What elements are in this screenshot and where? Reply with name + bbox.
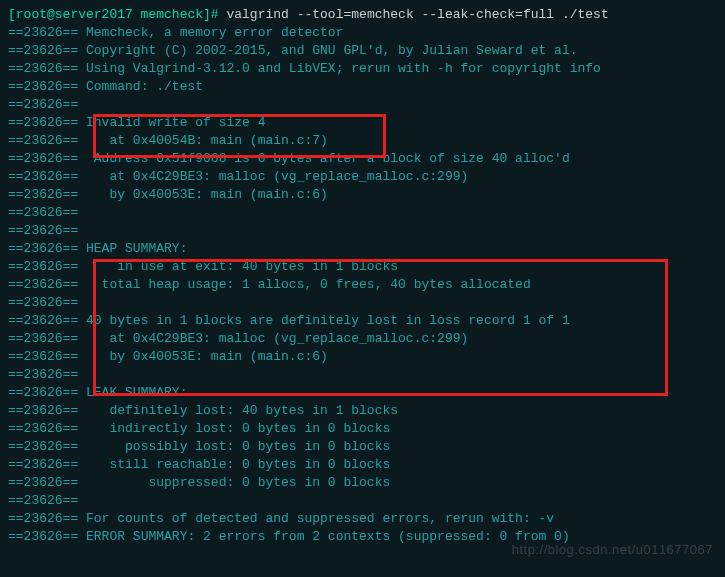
line-text: Memcheck, a memory error detector (78, 25, 343, 40)
output-line: ==23626== at 0x4C29BE3: malloc (vg_repla… (8, 330, 717, 348)
pid-prefix: ==23626== (8, 223, 78, 238)
line-text: HEAP SUMMARY: (78, 241, 187, 256)
pid-prefix: ==23626== (8, 493, 78, 508)
output-line: ==23626== still reachable: 0 bytes in 0 … (8, 456, 717, 474)
output-line: ==23626== For counts of detected and sup… (8, 510, 717, 528)
pid-prefix: ==23626== (8, 25, 78, 40)
pid-prefix: ==23626== (8, 277, 78, 292)
prompt-user-host: [root@server2017 memcheck]# (8, 7, 219, 22)
output-line: ==23626== total heap usage: 1 allocs, 0 … (8, 276, 717, 294)
line-text: at 0x4C29BE3: malloc (vg_replace_malloc.… (78, 331, 468, 346)
watermark-text: http://blog.csdn.net/u011677067 (512, 541, 713, 559)
pid-prefix: ==23626== (8, 349, 78, 364)
line-text: definitely lost: 40 bytes in 1 blocks (78, 403, 398, 418)
output-line: ==23626== (8, 294, 717, 312)
line-text: Using Valgrind-3.12.0 and LibVEX; rerun … (78, 61, 601, 76)
output-line: ==23626== (8, 204, 717, 222)
output-line: ==23626== Command: ./test (8, 78, 717, 96)
pid-prefix: ==23626== (8, 43, 78, 58)
pid-prefix: ==23626== (8, 61, 78, 76)
output-line: ==23626== at 0x4C29BE3: malloc (vg_repla… (8, 168, 717, 186)
line-text: For counts of detected and suppressed er… (78, 511, 554, 526)
pid-prefix: ==23626== (8, 115, 78, 130)
line-text: by 0x40053E: main (main.c:6) (78, 187, 328, 202)
pid-prefix: ==23626== (8, 205, 78, 220)
output-line: ==23626== suppressed: 0 bytes in 0 block… (8, 474, 717, 492)
output-line: ==23626== Using Valgrind-3.12.0 and LibV… (8, 60, 717, 78)
output-line: ==23626== definitely lost: 40 bytes in 1… (8, 402, 717, 420)
pid-prefix: ==23626== (8, 79, 78, 94)
output-line: ==23626== (8, 96, 717, 114)
pid-prefix: ==23626== (8, 367, 78, 382)
pid-prefix: ==23626== (8, 259, 78, 274)
line-text: indirectly lost: 0 bytes in 0 blocks (78, 421, 390, 436)
pid-prefix: ==23626== (8, 403, 78, 418)
pid-prefix: ==23626== (8, 421, 78, 436)
output-line: ==23626== LEAK SUMMARY: (8, 384, 717, 402)
pid-prefix: ==23626== (8, 241, 78, 256)
line-text: Invalid write of size 4 (78, 115, 265, 130)
output-line: ==23626== 40 bytes in 1 blocks are defin… (8, 312, 717, 330)
line-text: still reachable: 0 bytes in 0 blocks (78, 457, 390, 472)
pid-prefix: ==23626== (8, 295, 78, 310)
pid-prefix: ==23626== (8, 97, 78, 112)
pid-prefix: ==23626== (8, 457, 78, 472)
output-line: ==23626== Invalid write of size 4 (8, 114, 717, 132)
pid-prefix: ==23626== (8, 169, 78, 184)
prompt-command: valgrind --tool=memcheck --leak-check=fu… (226, 7, 608, 22)
output-line: ==23626== indirectly lost: 0 bytes in 0 … (8, 420, 717, 438)
line-text: ERROR SUMMARY: 2 errors from 2 contexts … (78, 529, 569, 544)
prompt-line: [root@server2017 memcheck]# valgrind --t… (8, 6, 717, 24)
output-line: ==23626== by 0x40053E: main (main.c:6) (8, 348, 717, 366)
line-text: Address 0x51f9068 is 0 bytes after a blo… (78, 151, 569, 166)
output-line: ==23626== (8, 222, 717, 240)
output-line: ==23626== at 0x40054B: main (main.c:7) (8, 132, 717, 150)
pid-prefix: ==23626== (8, 529, 78, 544)
terminal-output: [root@server2017 memcheck]# valgrind --t… (8, 6, 717, 546)
line-text: total heap usage: 1 allocs, 0 frees, 40 … (78, 277, 530, 292)
output-line: ==23626== by 0x40053E: main (main.c:6) (8, 186, 717, 204)
pid-prefix: ==23626== (8, 439, 78, 454)
line-text: at 0x40054B: main (main.c:7) (78, 133, 328, 148)
pid-prefix: ==23626== (8, 385, 78, 400)
line-text: Command: ./test (78, 79, 203, 94)
line-text: suppressed: 0 bytes in 0 blocks (78, 475, 390, 490)
line-text: 40 bytes in 1 blocks are definitely lost… (78, 313, 569, 328)
output-line: ==23626== (8, 366, 717, 384)
pid-prefix: ==23626== (8, 511, 78, 526)
output-line: ==23626== (8, 492, 717, 510)
output-line: ==23626== Copyright (C) 2002-2015, and G… (8, 42, 717, 60)
pid-prefix: ==23626== (8, 151, 78, 166)
line-text: LEAK SUMMARY: (78, 385, 187, 400)
output-line: ==23626== in use at exit: 40 bytes in 1 … (8, 258, 717, 276)
output-line: ==23626== Memcheck, a memory error detec… (8, 24, 717, 42)
output-line: ==23626== Address 0x51f9068 is 0 bytes a… (8, 150, 717, 168)
pid-prefix: ==23626== (8, 331, 78, 346)
line-text: possibly lost: 0 bytes in 0 blocks (78, 439, 390, 454)
pid-prefix: ==23626== (8, 133, 78, 148)
pid-prefix: ==23626== (8, 187, 78, 202)
line-text: in use at exit: 40 bytes in 1 blocks (78, 259, 398, 274)
line-text: by 0x40053E: main (main.c:6) (78, 349, 328, 364)
line-text: Copyright (C) 2002-2015, and GNU GPL'd, … (78, 43, 577, 58)
line-text: at 0x4C29BE3: malloc (vg_replace_malloc.… (78, 169, 468, 184)
pid-prefix: ==23626== (8, 475, 78, 490)
pid-prefix: ==23626== (8, 313, 78, 328)
output-line: ==23626== possibly lost: 0 bytes in 0 bl… (8, 438, 717, 456)
output-line: ==23626== HEAP SUMMARY: (8, 240, 717, 258)
